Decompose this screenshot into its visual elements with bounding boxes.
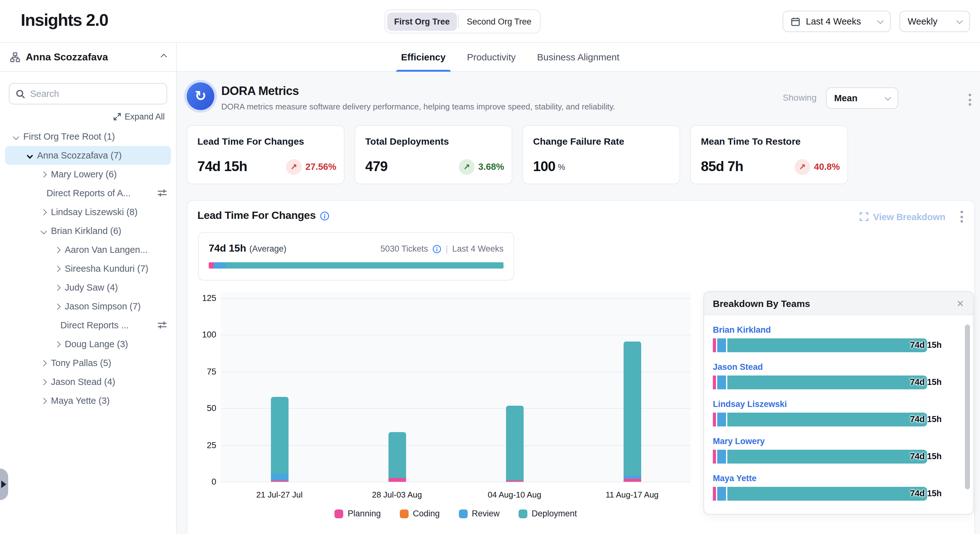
trend-badge: ↗40.8% bbox=[795, 159, 840, 175]
tickets-count: 5030 Tickets bbox=[380, 244, 428, 253]
org-tree-toggle-option[interactable]: First Org Tree bbox=[387, 12, 457, 30]
trend-percent: 27.56% bbox=[305, 162, 336, 172]
legend-color-chip bbox=[334, 509, 343, 518]
chevron-right-icon[interactable] bbox=[54, 341, 60, 347]
info-icon[interactable] bbox=[320, 211, 329, 220]
sidebar-person-header[interactable]: Anna Scozzafava bbox=[0, 43, 176, 72]
tree-item[interactable]: Anna Scozzafava (7) bbox=[5, 146, 171, 165]
sidebar: Anna Scozzafava Expand All First Org Tre… bbox=[0, 43, 177, 534]
sidebar-person-name: Anna Scozzafava bbox=[26, 51, 156, 62]
tree-item-label: First Org Tree Root (1) bbox=[23, 131, 115, 142]
breakdown-team-link[interactable]: Jason Stead bbox=[713, 362, 957, 372]
tree-item[interactable]: Direct Reports ... bbox=[5, 316, 171, 335]
phase-segment-planning bbox=[209, 262, 214, 269]
toggle-divider bbox=[458, 14, 458, 28]
info-icon[interactable] bbox=[433, 244, 441, 253]
dora-menu-button[interactable] bbox=[965, 94, 975, 106]
legend-item-coding[interactable]: Coding bbox=[399, 509, 440, 518]
filter-sliders-icon[interactable] bbox=[157, 321, 167, 330]
legend-item-deployment[interactable]: Deployment bbox=[519, 509, 577, 518]
chevron-right-icon[interactable] bbox=[54, 247, 60, 253]
chevron-right-icon[interactable] bbox=[41, 379, 47, 385]
trend-badge: ↗27.56% bbox=[286, 159, 336, 175]
tab-productivity[interactable]: Productivity bbox=[465, 43, 518, 72]
legend-item-planning[interactable]: Planning bbox=[334, 509, 380, 518]
bar-segment-deployment bbox=[388, 432, 406, 478]
insights-app: Insights 2.0 First Org TreeSecond Org Tr… bbox=[0, 0, 980, 534]
tree-item[interactable]: Brian Kirkland (6) bbox=[5, 222, 171, 240]
breakdown-row: Maya Yette74d 15h bbox=[713, 473, 957, 501]
tree-item[interactable]: Judy Saw (4) bbox=[5, 278, 171, 297]
chevron-up-icon[interactable] bbox=[161, 54, 167, 60]
breakdown-team-link[interactable]: Maya Yette bbox=[713, 473, 957, 483]
chevron-down-icon[interactable] bbox=[13, 133, 19, 140]
tree-item[interactable]: Direct Reports of A... bbox=[5, 184, 171, 202]
chevron-right-icon[interactable] bbox=[41, 397, 47, 404]
chevron-right-icon[interactable] bbox=[41, 171, 47, 177]
metric-card-value-row: 74d 15h↗27.56% bbox=[197, 158, 336, 175]
breakdown-team-link[interactable]: Lindsay Liszewski bbox=[713, 399, 957, 409]
tree-item[interactable]: Jason Stead (4) bbox=[5, 372, 171, 391]
expand-corners-icon bbox=[859, 212, 869, 222]
view-breakdown-button[interactable]: View Breakdown bbox=[859, 212, 945, 222]
close-icon[interactable]: ✕ bbox=[956, 298, 964, 308]
chevron-right-icon[interactable] bbox=[41, 360, 47, 366]
tree-item[interactable]: Jason Simpson (7) bbox=[5, 297, 171, 316]
tree-item[interactable]: Mary Lowery (6) bbox=[5, 165, 171, 184]
breakdown-scrollbar-thumb[interactable] bbox=[965, 325, 970, 489]
phase-segment-deployment bbox=[727, 487, 928, 501]
average-value: 74d 15h bbox=[209, 243, 246, 254]
calendar-icon bbox=[791, 17, 800, 26]
date-range-select[interactable]: Last 4 Weeks bbox=[783, 11, 891, 32]
sidebar-collapse-handle[interactable] bbox=[0, 469, 8, 500]
date-range-value: Last 4 Weeks bbox=[806, 16, 861, 26]
trend-percent: 3.68% bbox=[478, 162, 504, 172]
tree-item[interactable]: Tony Pallas (5) bbox=[5, 354, 171, 372]
breakdown-row: Jason Stead74d 15h bbox=[713, 362, 957, 389]
phase-segment-deployment bbox=[226, 262, 504, 269]
chevron-right-icon[interactable] bbox=[54, 265, 60, 272]
phase-segment-deployment bbox=[727, 450, 928, 464]
chart-legend: PlanningCodingReviewDeployment bbox=[221, 509, 691, 518]
bar-segment-review bbox=[623, 475, 641, 479]
search-input[interactable] bbox=[30, 89, 160, 99]
lead-time-section: Lead Time For Changes View Breakdown bbox=[187, 200, 975, 534]
chevron-right-icon[interactable] bbox=[54, 284, 60, 290]
tree-item[interactable]: Aaron Van Langen... bbox=[5, 240, 171, 259]
trend-badge: ↗3.68% bbox=[459, 159, 504, 175]
tab-business-alignment[interactable]: Business Alignment bbox=[535, 43, 622, 72]
tree-item-label: Jason Simpson (7) bbox=[65, 301, 141, 311]
chevron-down-icon bbox=[956, 17, 963, 24]
metric-card-value: 479 bbox=[365, 158, 388, 175]
org-tree-toggle-option[interactable]: Second Org Tree bbox=[460, 12, 538, 30]
breakdown-panel: Breakdown By Teams ✕ Brian Kirkland74d 1… bbox=[703, 291, 974, 515]
filter-sliders-icon[interactable] bbox=[157, 189, 167, 198]
trend-percent: 40.8% bbox=[814, 162, 840, 172]
tree-item[interactable]: Maya Yette (3) bbox=[5, 391, 171, 410]
legend-item-review[interactable]: Review bbox=[458, 509, 500, 518]
section-menu-button[interactable] bbox=[957, 211, 967, 223]
breakdown-value: 74d 15h bbox=[910, 378, 942, 387]
metric-card: Mean Time To Restore85d 7h↗40.8% bbox=[690, 125, 848, 184]
tab-efficiency[interactable]: Efficiency bbox=[399, 43, 448, 72]
chevron-right-icon[interactable] bbox=[54, 303, 60, 309]
chevron-right-icon[interactable] bbox=[41, 209, 47, 215]
y-tick-label: 25 bbox=[192, 440, 216, 450]
chevron-down-icon[interactable] bbox=[27, 152, 33, 158]
breakdown-team-link[interactable]: Brian Kirkland bbox=[713, 325, 957, 335]
tree-item[interactable]: Lindsay Liszewski (8) bbox=[5, 202, 171, 222]
expand-all-button[interactable]: Expand All bbox=[0, 112, 165, 121]
breakdown-team-link[interactable]: Mary Lowery bbox=[713, 437, 957, 446]
granularity-select[interactable]: Weekly bbox=[900, 11, 970, 32]
chevron-down-icon[interactable] bbox=[41, 228, 47, 234]
breakdown-row: Lindsay Liszewski74d 15h bbox=[713, 399, 957, 426]
average-phase-bar bbox=[209, 262, 504, 269]
tree-item-label: Mary Lowery (6) bbox=[51, 169, 117, 179]
tab-bar: EfficiencyProductivityBusiness Alignment bbox=[177, 43, 980, 72]
tree-item[interactable]: First Org Tree Root (1) bbox=[5, 127, 171, 146]
breakdown-panel-title: Breakdown By Teams bbox=[713, 298, 810, 309]
showing-select[interactable]: Mean bbox=[826, 88, 898, 109]
tree-item[interactable]: Sireesha Kunduri (7) bbox=[5, 259, 171, 278]
tree-item[interactable]: Doug Lange (3) bbox=[5, 335, 171, 354]
legend-color-chip bbox=[519, 509, 527, 518]
